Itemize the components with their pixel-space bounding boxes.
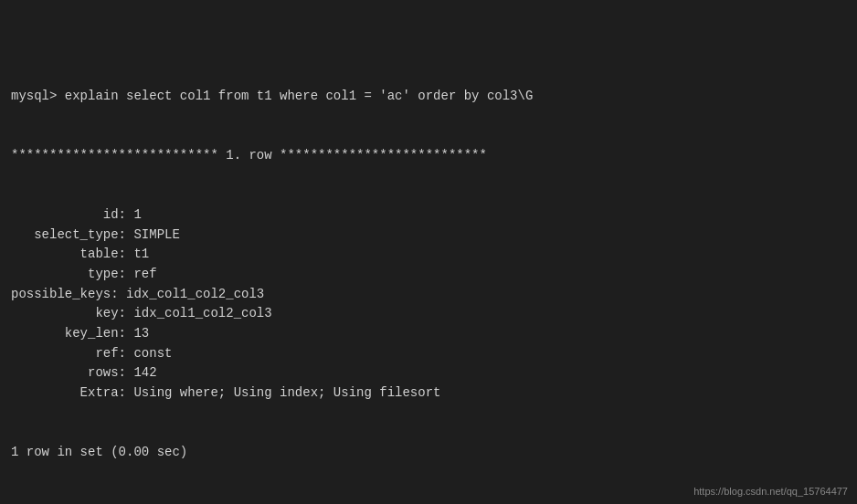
prompt-line-1: mysql> explain select col1 from t1 where…: [11, 87, 846, 107]
result-1: 1 row in set (0.00 sec): [11, 443, 846, 463]
field-row: type: ref: [11, 265, 846, 285]
field-row: table: t1: [11, 245, 846, 265]
terminal-output: mysql> explain select col1 from t1 where…: [0, 0, 857, 504]
separator-line-1: *************************** 1. row *****…: [11, 146, 846, 166]
query-block-1: mysql> explain select col1 from t1 where…: [11, 47, 846, 502]
field-row: Extra: Using where; Using index; Using f…: [11, 383, 846, 404]
field-row: key: idx_col1_col2_col3: [11, 304, 846, 324]
field-row: select_type: SIMPLE: [11, 226, 846, 246]
field-row: possible_keys: idx_col1_col2_col3: [11, 285, 846, 305]
field-row: id: 1: [11, 205, 846, 226]
field-row: rows: 142: [11, 363, 846, 383]
watermark: https://blog.csdn.net/qq_15764477: [693, 486, 848, 497]
field-row: ref: const: [11, 344, 846, 364]
field-row: key_len: 13: [11, 324, 846, 344]
fields-1: id: 1 select_type: SIMPLE table: t1 type…: [11, 205, 846, 404]
